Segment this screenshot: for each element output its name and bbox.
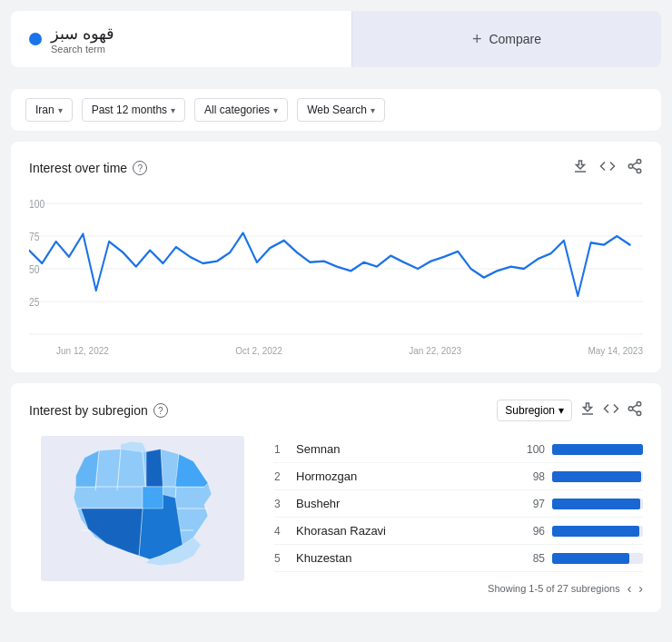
- search-term-label: قهوه سبز: [51, 24, 114, 44]
- rank-name-3: Bushehr: [296, 497, 512, 510]
- filter-search-type-chevron: ▾: [371, 105, 375, 115]
- filters-bar: Iran ▾ Past 12 months ▾ All categories ▾…: [11, 89, 661, 131]
- svg-line-5: [632, 163, 637, 165]
- subregion-content: 1 Semnan 100 2 Hormozgan 98 3 Bushehr 97: [29, 436, 643, 596]
- x-label-2: Jan 22, 2023: [409, 346, 461, 356]
- search-bar: قهوه سبز Search term + Compare: [11, 11, 661, 78]
- iran-map: [29, 436, 256, 581]
- ranking-row-1: 1 Semnan 100: [274, 436, 643, 463]
- pagination-text: Showing 1-5 of 27 subregions: [488, 583, 620, 594]
- subregion-dropdown-label: Subregion: [505, 404, 555, 417]
- rank-name-4: Khorasan Razavi: [296, 524, 512, 538]
- interest-over-time-chart: 100 75 50 25 Jun 12, 2022 Oct 2, 2022 Ja…: [29, 193, 643, 356]
- chart-svg: 100 75 50 25: [29, 193, 643, 356]
- svg-line-20: [632, 405, 637, 408]
- svg-point-3: [637, 169, 641, 173]
- chart-x-labels: Jun 12, 2022 Oct 2, 2022 Jan 22, 2023 Ma…: [56, 346, 643, 356]
- section-title-subregion: Interest by subregion ?: [29, 403, 168, 418]
- interest-over-time-title: Interest over time: [29, 161, 127, 175]
- rank-bar-2: [552, 471, 641, 482]
- svg-point-1: [637, 160, 641, 164]
- filter-category-label: All categories: [204, 104, 270, 116]
- rank-value-3: 97: [519, 498, 545, 510]
- ranking-row-2: 2 Hormozgan 98: [274, 463, 643, 490]
- svg-point-17: [628, 407, 633, 411]
- subregion-dropdown-chevron: ▾: [558, 404, 564, 417]
- filter-category-chevron: ▾: [273, 105, 278, 115]
- pagination-bar: Showing 1-5 of 27 subregions ‹ ›: [274, 581, 643, 596]
- subregion-toolbar: Subregion ▾: [497, 400, 643, 421]
- compare-button[interactable]: + Compare: [352, 11, 661, 67]
- search-term-subtitle: Search term: [51, 44, 114, 54]
- pagination-prev[interactable]: ‹: [628, 581, 632, 596]
- subregion-dropdown[interactable]: Subregion ▾: [497, 400, 572, 421]
- rank-bar-wrap-5: [552, 553, 643, 564]
- svg-text:25: 25: [29, 296, 39, 308]
- share-icon-subregion[interactable]: [627, 400, 643, 420]
- search-term-text: قهوه سبز Search term: [51, 24, 114, 54]
- compare-label: Compare: [489, 32, 541, 46]
- svg-line-19: [632, 410, 637, 412]
- svg-text:50: 50: [29, 263, 39, 275]
- filter-category[interactable]: All categories ▾: [194, 98, 288, 122]
- rank-num-5: 5: [274, 552, 289, 565]
- ranking-row-5: 5 Khuzestan 85: [274, 545, 643, 572]
- interest-by-subregion-section: Interest by subregion ? Subregion ▾: [11, 383, 661, 612]
- rank-num-4: 4: [274, 525, 289, 538]
- svg-point-16: [637, 402, 641, 407]
- section-header-subregion: Interest by subregion ? Subregion ▾: [29, 400, 643, 421]
- x-label-3: May 14, 2023: [588, 346, 643, 356]
- download-icon[interactable]: [572, 158, 588, 178]
- rank-num-1: 1: [274, 443, 289, 456]
- x-label-1: Oct 2, 2022: [235, 346, 282, 356]
- help-icon-subregion[interactable]: ?: [153, 403, 168, 418]
- svg-line-4: [632, 167, 637, 170]
- rank-bar-5: [552, 553, 629, 564]
- rank-bar-1: [552, 444, 643, 455]
- share-icon[interactable]: [627, 158, 643, 178]
- svg-text:100: 100: [29, 198, 44, 210]
- pagination-next[interactable]: ›: [638, 581, 643, 596]
- rank-name-1: Semnan: [296, 442, 512, 456]
- rank-name-5: Khuzestan: [296, 551, 512, 565]
- x-label-0: Jun 12, 2022: [56, 346, 109, 356]
- rank-value-2: 98: [519, 470, 545, 483]
- rank-value-4: 96: [519, 525, 545, 538]
- rank-value-1: 100: [519, 443, 545, 456]
- rank-num-2: 2: [274, 470, 289, 483]
- filter-search-type[interactable]: Web Search ▾: [297, 98, 385, 122]
- interest-over-time-section: Interest over time ?: [11, 142, 661, 372]
- filter-geo[interactable]: Iran ▾: [25, 98, 73, 122]
- rank-value-5: 85: [519, 552, 545, 565]
- interest-by-subregion-title: Interest by subregion: [29, 403, 148, 418]
- compare-plus-icon: +: [472, 30, 482, 49]
- embed-icon[interactable]: [599, 158, 616, 178]
- rank-bar-wrap-3: [552, 499, 643, 509]
- section-title-time: Interest over time ?: [29, 161, 147, 175]
- help-icon-time[interactable]: ?: [133, 161, 147, 175]
- rank-bar-4: [552, 526, 639, 537]
- filter-time-label: Past 12 months: [92, 104, 167, 116]
- embed-icon-subregion[interactable]: [603, 400, 619, 420]
- search-term-dot: [29, 33, 42, 45]
- rank-bar-wrap-2: [552, 471, 643, 482]
- svg-point-2: [628, 164, 633, 169]
- ranking-row-3: 3 Bushehr 97: [274, 490, 643, 518]
- rank-num-3: 3: [274, 498, 289, 510]
- section-actions-time: [572, 158, 643, 178]
- filter-geo-chevron: ▾: [58, 105, 63, 115]
- filter-time-chevron: ▾: [171, 105, 175, 115]
- rank-bar-3: [552, 499, 640, 509]
- filter-time[interactable]: Past 12 months ▾: [82, 98, 185, 122]
- map-svg: [29, 436, 256, 581]
- rankings-area: 1 Semnan 100 2 Hormozgan 98 3 Bushehr 97: [274, 436, 643, 596]
- filter-geo-label: Iran: [35, 104, 54, 116]
- rank-name-2: Hormozgan: [296, 469, 512, 483]
- rank-bar-wrap-4: [552, 526, 643, 537]
- svg-point-18: [637, 411, 641, 416]
- section-header-time: Interest over time ?: [29, 158, 643, 178]
- ranking-row-4: 4 Khorasan Razavi 96: [274, 518, 643, 545]
- filter-search-type-label: Web Search: [307, 104, 367, 116]
- svg-text:75: 75: [29, 231, 39, 242]
- download-icon-subregion[interactable]: [579, 400, 596, 420]
